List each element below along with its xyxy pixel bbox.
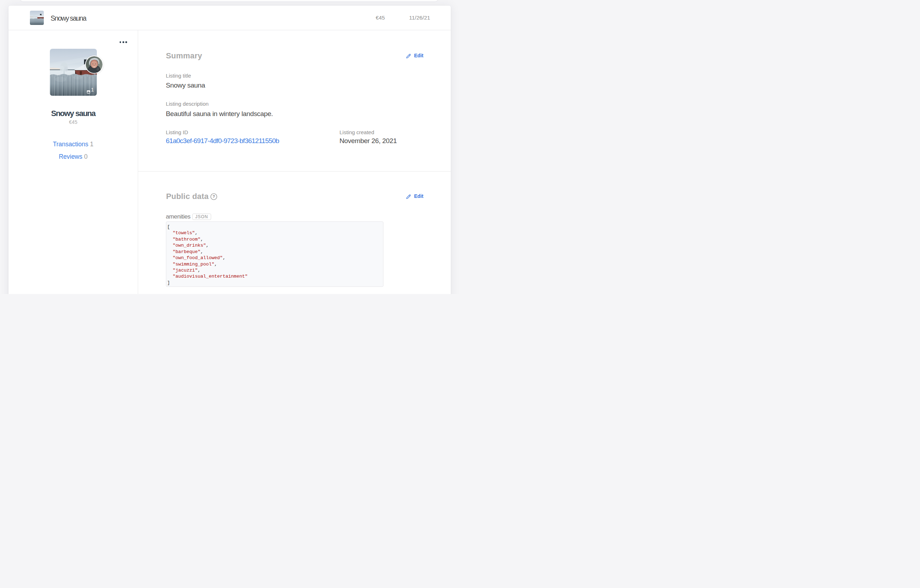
svg-text:?: ? — [212, 194, 215, 199]
